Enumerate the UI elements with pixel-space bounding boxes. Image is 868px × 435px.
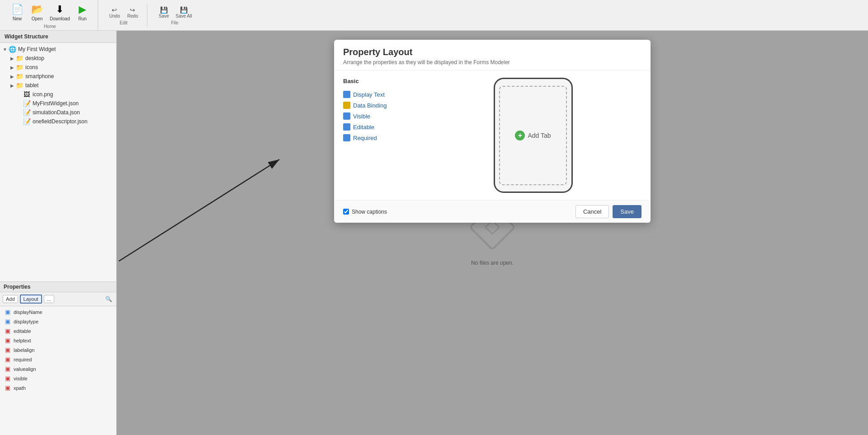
modal-header: Property Layout Arrange the properties a… [334, 40, 651, 70]
save-all-button[interactable]: 💾 Save All [173, 5, 194, 19]
redo-button[interactable]: ↪ Redo [123, 5, 142, 19]
valuealign-label: valuealign [14, 366, 36, 372]
prop-item-editable[interactable]: ▣ editable [0, 326, 116, 336]
visible-label: visible [14, 376, 28, 381]
prop-item-required[interactable]: ▣ required [0, 355, 116, 364]
editable-prop-icon [343, 123, 350, 131]
toolbar-group-file: 💾 Save 💾 Save All File [151, 4, 198, 27]
left-sidebar: Widget Structure ▼ 🌐 My First Widget ▶ 📁… [0, 31, 117, 435]
smartphone-icon: 📁 [15, 73, 24, 80]
modal-footer: Show captions Cancel Save [334, 200, 651, 223]
visible-icon: ▣ [4, 375, 12, 382]
modal-phone-area: + Add Tab [425, 78, 642, 193]
undo-icon: ↩ [112, 6, 117, 14]
tree-root[interactable]: ▼ 🌐 My First Widget [0, 45, 116, 54]
simulation-data-icon: 📝 [23, 109, 31, 116]
modal-overlay: Property Layout Arrange the properties a… [117, 31, 868, 435]
show-captions-checkbox[interactable] [343, 209, 349, 215]
open-label: Open [32, 16, 42, 21]
new-button[interactable]: 📄 New [7, 2, 27, 23]
download-icon: ⬇ [56, 4, 64, 15]
icon-png-icon: 🖼 [23, 91, 31, 98]
smartphone-toggle: ▶ [9, 74, 15, 79]
required-prop-icon [343, 134, 350, 141]
editable-label: editable [14, 328, 31, 334]
prop-item-labelalign[interactable]: ▣ labelalign [0, 345, 116, 355]
prop-item-valuealign[interactable]: ▣ valuealign [0, 364, 116, 374]
home-section-label: Home [44, 24, 56, 29]
toolbar-group-home: 📄 New 📂 Open ⬇ Download ▶ Run Home [4, 0, 98, 31]
search-icon[interactable]: 🔍 [104, 294, 113, 304]
helptext-icon: ▣ [4, 337, 12, 344]
phone-dashed-area: + Add Tab [499, 86, 567, 185]
tree-item-simulation-data[interactable]: 📝 simulationData.json [0, 108, 116, 117]
new-icon: 📄 [11, 4, 24, 15]
prop-item-xpath[interactable]: ▣ xpath [0, 383, 116, 393]
basic-label: Basic [343, 78, 415, 84]
root-icon: 🌐 [8, 46, 16, 53]
save-button[interactable]: 💾 Save [155, 5, 173, 19]
helptext-label: helptext [14, 338, 31, 343]
one-field-descriptor-label: onefieldDescriptor.json [33, 118, 87, 125]
modal-prop-visible[interactable]: Visible [343, 111, 415, 122]
tree-item-smartphone[interactable]: ▶ 📁 smartphone [0, 72, 116, 81]
xpath-label: xpath [14, 385, 26, 391]
editable-icon: ▣ [4, 327, 12, 334]
run-button[interactable]: ▶ Run [72, 2, 92, 23]
prop-item-helptext[interactable]: ▣ helptext [0, 336, 116, 345]
property-layout-modal: Property Layout Arrange the properties a… [334, 40, 651, 223]
add-tab-button[interactable]: + Add Tab [515, 131, 551, 140]
tree-item-one-field-descriptor[interactable]: 📝 onefieldDescriptor.json [0, 117, 116, 126]
modal-prop-editable[interactable]: Editable [343, 122, 415, 132]
download-button[interactable]: ⬇ Download [47, 2, 72, 23]
tree-item-icon-png[interactable]: 🖼 icon.png [0, 90, 116, 99]
icons-icon: 📁 [15, 64, 24, 71]
add-button[interactable]: Add [3, 295, 18, 303]
my-first-widget-icon: 📝 [23, 100, 31, 107]
tree-item-my-first-widget[interactable]: 📝 MyFirstWidget.json [0, 99, 116, 108]
tree-item-desktop[interactable]: ▶ 📁 desktop [0, 54, 116, 63]
layout-button[interactable]: Layout [20, 295, 42, 304]
prop-item-displaytype[interactable]: ▣ displaytype [0, 317, 116, 326]
toolbar-row-edit: ↩ Undo ↪ Redo [105, 5, 142, 19]
labelalign-label: labelalign [14, 347, 34, 353]
cancel-button[interactable]: Cancel [576, 205, 609, 218]
more-button[interactable]: ... [44, 295, 54, 303]
tree-item-tablet[interactable]: ▶ 📁 tablet [0, 81, 116, 90]
tree-item-icons[interactable]: ▶ 📁 icons [0, 63, 116, 72]
displayname-icon: ▣ [4, 309, 12, 315]
visible-prop-icon [343, 112, 350, 120]
modal-prop-list: Display Text Data Binding Visible [343, 89, 415, 143]
properties-list: ▣ displayName ▣ displaytype ▣ editable ▣… [0, 306, 116, 435]
undo-button[interactable]: ↩ Undo [105, 5, 123, 19]
modal-subtitle: Arrange the properties as they will be d… [343, 59, 642, 65]
one-field-descriptor-icon: 📝 [23, 118, 31, 125]
open-button[interactable]: 📂 Open [27, 2, 47, 23]
run-icon: ▶ [79, 4, 86, 15]
prop-item-visible[interactable]: ▣ visible [0, 374, 116, 383]
show-captions-label[interactable]: Show captions [343, 209, 387, 215]
redo-icon: ↪ [130, 6, 135, 14]
modal-footer-buttons: Cancel Save [576, 205, 642, 218]
tablet-label: tablet [25, 82, 38, 89]
modal-body: Basic Display Text Data Binding [334, 70, 651, 200]
open-icon: 📂 [31, 4, 43, 15]
save-label: Save [159, 14, 169, 19]
toolbar-row-home: 📄 New 📂 Open ⬇ Download ▶ Run [7, 2, 92, 23]
modal-prop-display-text[interactable]: Display Text [343, 89, 415, 100]
smartphone-label: smartphone [25, 73, 54, 80]
properties-tab[interactable]: Properties [0, 282, 116, 292]
properties-panel: Properties Add Layout ... 🔍 ▣ displayNam… [0, 281, 116, 435]
modal-prop-required[interactable]: Required [343, 132, 415, 143]
save-button[interactable]: Save [613, 205, 642, 218]
desktop-toggle: ▶ [9, 56, 15, 61]
file-section-label: File [171, 20, 178, 25]
my-first-widget-label: MyFirstWidget.json [33, 100, 79, 107]
prop-item-displayname[interactable]: ▣ displayName [0, 307, 116, 317]
widget-structure-tab[interactable]: Widget Structure [0, 31, 116, 43]
properties-toolbar: Add Layout ... 🔍 [0, 292, 116, 306]
toolbar: 📄 New 📂 Open ⬇ Download ▶ Run Home ↩ Und… [0, 0, 868, 31]
root-label: My First Widget [18, 46, 56, 52]
modal-prop-data-binding[interactable]: Data Binding [343, 100, 415, 111]
content-area: No files are open. Property Layout Arran… [117, 31, 868, 435]
